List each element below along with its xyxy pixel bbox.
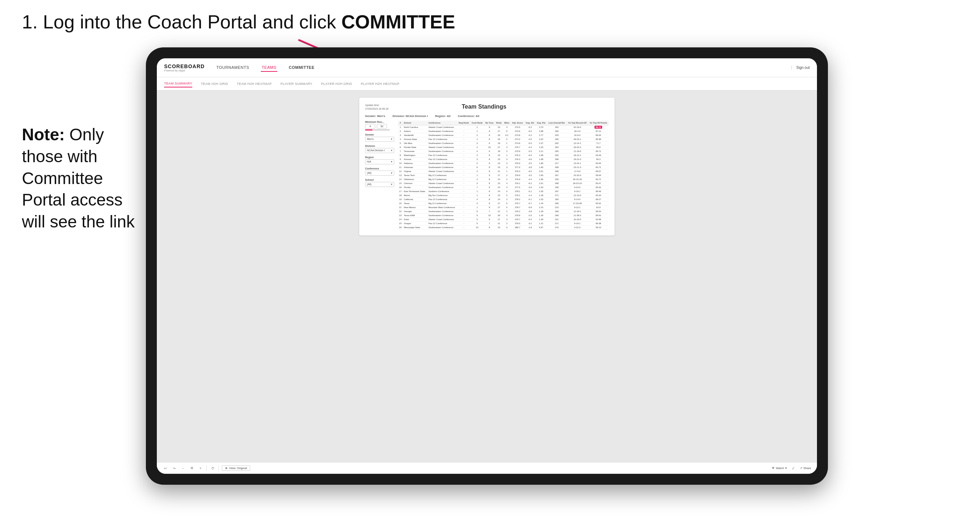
signout-link[interactable]: Sign out [791,66,810,70]
division-select[interactable]: NCAA Division I ▾ [365,148,394,153]
table-row: 16 Florida Southeastern Conference - 7 9… [398,185,609,189]
points-cell: 59.13 [588,225,609,229]
logo-title: SCOREBOARD [164,63,205,69]
col-rnds: Rnds [495,121,503,125]
points-cell: 60.47 [588,181,609,185]
points-cell: 69.71 [588,149,609,153]
subtab-player-summary[interactable]: PLAYER SUMMARY [280,81,312,87]
col-conf-rank: Conf Rank [470,121,484,125]
table-row: 5 Ole Miss Southeastern Conference - 3 6… [398,141,609,145]
nav-items: TOURNAMENTS TEAMS COMMITTEE [216,64,791,72]
view-original-button[interactable]: ⊕ View: Original [222,465,250,471]
points-cell: 68.46 [588,189,609,193]
add-icon[interactable]: + [198,465,204,471]
resize-icon[interactable]: ⤢ [790,465,796,471]
table-row: 11 Arkansas Southeastern Conference - 6 … [398,165,609,169]
points-cell: 68.57 [588,169,609,173]
points-cell: 68.27 [588,197,609,201]
toolbar-right: 👁 Watch ▾ ⤢ ↗ Share [772,465,811,471]
gender-filter: Gender Men's ▾ [365,133,394,142]
points-cell: 87.21 [588,129,609,133]
conference-select[interactable]: (All) ▾ [365,171,394,176]
watch-button[interactable]: 👁 Watch ▾ [772,467,786,470]
instruction-text: 1. Log into the Coach Portal and click C… [22,11,455,33]
points-cell: 58.94 [588,173,609,177]
subtab-team-summary[interactable]: TEAM SUMMARY [164,80,192,87]
share-icon: ↗ [800,467,802,470]
content-area: Minimum Rou... 4 30 Gender Men's ▾ [365,121,609,230]
watch-icon: 👁 [772,467,775,470]
table-row: 19 California Pac-12 Conference - 4 8 24… [398,197,609,201]
nav-logo: SCOREBOARD Powered by clippd [164,63,205,72]
standings-table: # School Conference Reg Rank Conf Rank N… [398,121,609,230]
points-cell: 89.11 [588,125,609,129]
points-cell: 65.02 [588,185,609,189]
undo-icon[interactable]: ↩ [163,465,169,471]
main-content: Update time: 27/03/2024 16:56:26 Team St… [157,90,817,462]
col-no-tour: No Tour [484,121,495,125]
table-row: 6 Florida State Atlantic Coast Conferenc… [398,145,609,149]
clock-icon[interactable]: ⏱ [210,465,216,471]
points-cell: 86.64 [588,133,609,137]
col-wins: Wins [503,121,511,125]
points-cell: 60.71 [588,165,609,169]
school-select[interactable]: (All) ▾ [365,182,394,187]
subtab-player-h2h-grid[interactable]: PLAYER H2H GRID [321,81,352,87]
points-cell: 65.91 [588,201,609,205]
table-row: 12 Virginia Atlantic Coast Conference - … [398,169,609,173]
view-icon: ⊕ [225,467,228,470]
gender-select[interactable]: Men's ▾ [365,137,394,142]
nav-item-committee[interactable]: COMMITTEE [288,64,315,72]
subtab-team-h2h-grid[interactable]: TEAM H2H GRID [201,81,228,87]
division-filter: Division NCAA Division I ▾ [365,145,394,153]
data-table-container: # School Conference Reg Rank Conf Rank N… [398,121,609,230]
table-row: 10 Alabama Southeastern Conference - 5 8… [398,161,609,165]
points-cell: 60.94 [588,161,609,165]
table-row: 2 Auburn Southeastern Conference - 1 9 2… [398,129,609,133]
points-cell: 60.3 [588,157,609,161]
col-low: Low Overall Rd. [547,121,567,125]
region-filter: Region N/A ▾ [365,156,394,164]
table-row: 8 Washington Pac-12 Conference - 2 8 23 … [398,153,609,157]
nav-item-tournaments[interactable]: TOURNAMENTS [216,64,250,72]
range-slider[interactable] [365,129,390,130]
col-avg-par: Avg. Par [535,121,547,125]
share-button[interactable]: ↗ Share [800,467,811,470]
school-filter: School (All) ▾ [365,179,394,187]
redo-icon[interactable]: ↪ [172,465,177,471]
filter-row: Gender: Men's Division: NCAA Division I … [365,114,609,118]
col-rank: # [398,121,402,125]
table-row: 1 North Carolina Atlantic Coast Conferen… [398,125,609,129]
nav-item-teams[interactable]: TEAMS [261,64,277,72]
subtab-player-h2h-heatmap[interactable]: PLAYER H2H HEATMAP [361,81,399,87]
col-vs-top: Vs Top Record 25 [566,121,588,125]
col-vs-top50: Vs Top 50 Points [588,121,609,125]
region-select[interactable]: N/A ▾ [365,159,394,164]
filters-panel: Minimum Rou... 4 30 Gender Men's ▾ [365,121,394,230]
back-icon[interactable]: ← [180,465,186,471]
division-filter-display: Division: NCAA Division I [393,114,428,118]
col-avg-sg: Avg. SG [525,121,536,125]
table-row: 17 East Tennessee State Southern Confere… [398,189,609,193]
min-rounds-filter: Minimum Rou... 4 30 [365,121,394,130]
table-row: 25 Oregon Pac-12 Conference - 5 7 21 2 2… [398,221,609,225]
table-row: 21 New Mexico Mountain West Conference -… [398,205,609,209]
tablet-screen: SCOREBOARD Powered by clippd TOURNAMENTS… [157,58,817,474]
logo-sub: Powered by clippd [164,69,205,72]
table-card: Update time: 27/03/2024 16:56:26 Team St… [359,98,614,235]
col-reg-rank: Reg Rank [457,121,470,125]
subtab-team-h2h-heatmap[interactable]: TEAM H2H HEATMAP [237,81,272,87]
table-header: Update time: 27/03/2024 16:56:26 Team St… [365,103,609,111]
min-rounds-max[interactable]: 30 [377,124,387,129]
points-cell: 62.9 [588,205,609,209]
table-row: 24 Duke Atlantic Coast Conference - 5 9 … [398,217,609,221]
points-cell: 63.49 [588,153,609,157]
table-title: Team Standings [388,103,579,110]
min-rounds-min[interactable]: 4 [365,124,375,129]
table-row: 26 Mississippi State Southeastern Confer… [398,225,609,229]
points-cell: 85.98 [588,137,609,141]
table-row: 9 Arizona Pac-12 Conference - 3 8 23 3 2… [398,157,609,161]
tablet-device: SCOREBOARD Powered by clippd TOURNAMENTS… [146,48,828,485]
points-cell: 58.54 [588,209,609,213]
copy-icon[interactable]: ⧉ [189,465,195,471]
